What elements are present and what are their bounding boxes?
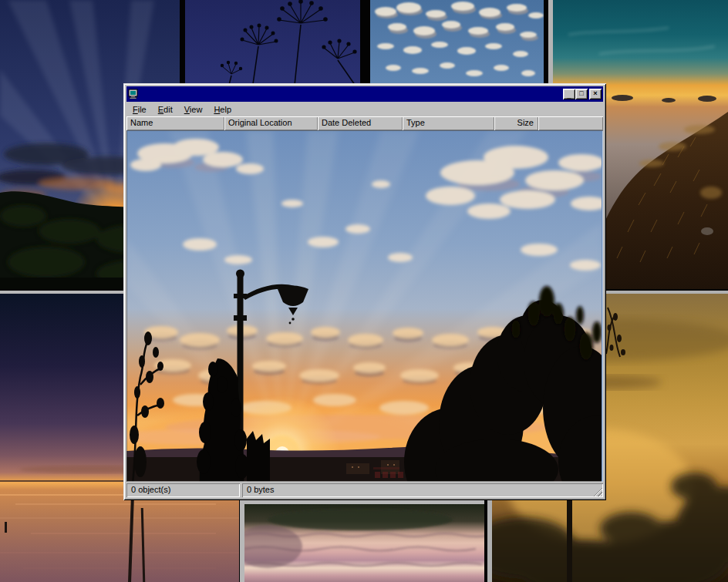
maximize-button[interactable]: □ — [575, 89, 588, 99]
status-object-count: 0 object(s) — [126, 483, 240, 497]
menu-help[interactable]: Help — [208, 103, 238, 116]
menu-view[interactable]: View — [179, 103, 209, 116]
desktop: _ □ × File Edit View Help Name Original … — [0, 0, 728, 582]
minimize-button[interactable]: _ — [563, 89, 575, 99]
background-photo-water-reflections — [240, 500, 484, 582]
menu-edit[interactable]: Edit — [153, 103, 179, 116]
recycle-bin-system-icon[interactable] — [128, 89, 139, 99]
menu-file[interactable]: File — [127, 103, 153, 116]
recycle-bin-window: _ □ × File Edit View Help Name Original … — [123, 83, 606, 500]
column-header-size[interactable]: Size — [494, 116, 538, 130]
status-bar: 0 object(s) 0 bytes — [126, 482, 603, 497]
column-header-date-deleted[interactable]: Date Deleted — [318, 116, 403, 130]
status-size: 0 bytes — [242, 483, 603, 497]
window-titlebar[interactable]: _ □ × — [126, 86, 603, 102]
column-header-blank[interactable] — [538, 116, 603, 130]
column-header-original-location[interactable]: Original Location — [224, 116, 318, 130]
menu-bar: File Edit View Help — [126, 103, 603, 116]
column-headers: Name Original Location Date Deleted Type… — [126, 116, 603, 130]
column-header-type[interactable]: Type — [403, 116, 494, 130]
column-header-name[interactable]: Name — [126, 116, 224, 130]
close-button[interactable]: × — [589, 89, 602, 99]
street-lamp-sunset-photo — [126, 130, 602, 482]
file-list-viewport[interactable] — [126, 130, 603, 482]
